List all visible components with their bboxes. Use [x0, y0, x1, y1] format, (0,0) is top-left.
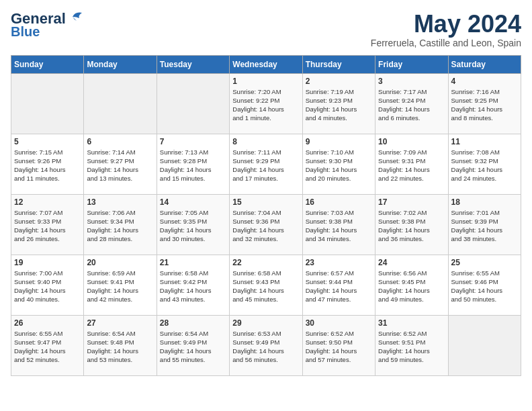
day-number: 3: [378, 77, 445, 86]
day-info: Sunrise: 6:52 AM Sunset: 9:50 PM Dayligh…: [306, 329, 372, 365]
day-info: Sunrise: 6:58 AM Sunset: 9:43 PM Dayligh…: [232, 269, 299, 304]
calendar-cell: 9Sunrise: 7:10 AM Sunset: 9:30 PM Daylig…: [302, 134, 375, 194]
calendar-cell: 23Sunrise: 6:57 AM Sunset: 9:44 PM Dayli…: [302, 255, 375, 315]
day-number: 28: [160, 318, 226, 328]
day-number: 24: [378, 258, 445, 267]
day-info: Sunrise: 7:10 AM Sunset: 9:30 PM Dayligh…: [306, 148, 372, 183]
logo: General Blue: [11, 11, 82, 39]
day-info: Sunrise: 6:58 AM Sunset: 9:42 PM Dayligh…: [160, 269, 226, 304]
day-number: 10: [378, 137, 445, 146]
day-info: Sunrise: 7:15 AM Sunset: 9:26 PM Dayligh…: [14, 148, 81, 183]
calendar-cell: 29Sunrise: 6:53 AM Sunset: 9:49 PM Dayli…: [230, 315, 302, 375]
weekday-header-friday: Friday: [375, 55, 448, 73]
calendar-cell: 24Sunrise: 6:56 AM Sunset: 9:45 PM Dayli…: [375, 255, 448, 315]
calendar-cell: 2Sunrise: 7:19 AM Sunset: 9:23 PM Daylig…: [302, 73, 375, 134]
calendar-table: SundayMondayTuesdayWednesdayThursdayFrid…: [11, 55, 521, 376]
calendar-cell: 31Sunrise: 6:52 AM Sunset: 9:51 PM Dayli…: [375, 315, 448, 375]
calendar-row-4: 19Sunrise: 7:00 AM Sunset: 9:40 PM Dayli…: [11, 255, 521, 315]
day-number: 14: [160, 197, 226, 207]
day-number: 6: [87, 137, 153, 146]
day-info: Sunrise: 7:09 AM Sunset: 9:31 PM Dayligh…: [378, 148, 445, 183]
calendar-cell: 20Sunrise: 6:59 AM Sunset: 9:41 PM Dayli…: [84, 255, 157, 315]
day-info: Sunrise: 7:11 AM Sunset: 9:29 PM Dayligh…: [232, 148, 299, 183]
day-number: 18: [451, 197, 518, 207]
calendar-row-3: 12Sunrise: 7:07 AM Sunset: 9:33 PM Dayli…: [11, 194, 521, 255]
day-number: 17: [378, 197, 445, 207]
day-number: 7: [160, 137, 226, 146]
weekday-header-saturday: Saturday: [448, 55, 521, 73]
day-info: Sunrise: 6:59 AM Sunset: 9:41 PM Dayligh…: [87, 269, 153, 304]
calendar-cell: 18Sunrise: 7:01 AM Sunset: 9:39 PM Dayli…: [448, 194, 521, 255]
page-header: General Blue May 2024 Ferreruela, Castil…: [11, 11, 521, 48]
weekday-header-monday: Monday: [84, 55, 157, 73]
calendar-cell: 26Sunrise: 6:55 AM Sunset: 9:47 PM Dayli…: [11, 315, 84, 375]
day-number: 4: [451, 77, 518, 86]
day-number: 8: [232, 137, 299, 146]
day-info: Sunrise: 7:14 AM Sunset: 9:27 PM Dayligh…: [87, 148, 153, 183]
day-info: Sunrise: 6:56 AM Sunset: 9:45 PM Dayligh…: [378, 269, 445, 304]
header-row: SundayMondayTuesdayWednesdayThursdayFrid…: [11, 55, 521, 73]
day-number: 21: [160, 258, 226, 267]
day-info: Sunrise: 6:52 AM Sunset: 9:51 PM Dayligh…: [378, 329, 445, 365]
calendar-cell: 27Sunrise: 6:54 AM Sunset: 9:48 PM Dayli…: [84, 315, 157, 375]
day-number: 9: [306, 137, 372, 146]
weekday-header-tuesday: Tuesday: [157, 55, 229, 73]
weekday-header-sunday: Sunday: [11, 55, 84, 73]
calendar-cell: 1Sunrise: 7:20 AM Sunset: 9:22 PM Daylig…: [230, 73, 302, 134]
day-number: 27: [87, 318, 153, 328]
calendar-cell: 16Sunrise: 7:03 AM Sunset: 9:38 PM Dayli…: [302, 194, 375, 255]
day-number: 29: [232, 318, 299, 328]
day-number: 1: [232, 77, 299, 86]
calendar-cell: 15Sunrise: 7:04 AM Sunset: 9:36 PM Dayli…: [230, 194, 302, 255]
day-info: Sunrise: 7:03 AM Sunset: 9:38 PM Dayligh…: [306, 208, 372, 244]
calendar-cell: 7Sunrise: 7:13 AM Sunset: 9:28 PM Daylig…: [157, 134, 229, 194]
month-title: May 2024: [371, 11, 521, 38]
calendar-cell: 17Sunrise: 7:02 AM Sunset: 9:38 PM Dayli…: [375, 194, 448, 255]
weekday-header-wednesday: Wednesday: [230, 55, 302, 73]
day-number: 25: [451, 258, 518, 267]
day-info: Sunrise: 6:54 AM Sunset: 9:49 PM Dayligh…: [160, 329, 226, 365]
day-number: 31: [378, 318, 445, 328]
calendar-row-5: 26Sunrise: 6:55 AM Sunset: 9:47 PM Dayli…: [11, 315, 521, 375]
calendar-cell: 8Sunrise: 7:11 AM Sunset: 9:29 PM Daylig…: [230, 134, 302, 194]
day-info: Sunrise: 7:16 AM Sunset: 9:25 PM Dayligh…: [451, 87, 518, 123]
day-number: 12: [14, 197, 81, 207]
day-number: 5: [14, 137, 81, 146]
calendar-cell: 4Sunrise: 7:16 AM Sunset: 9:25 PM Daylig…: [448, 73, 521, 134]
calendar-cell: [157, 73, 229, 134]
calendar-cell: 19Sunrise: 7:00 AM Sunset: 9:40 PM Dayli…: [11, 255, 84, 315]
calendar-cell: 21Sunrise: 6:58 AM Sunset: 9:42 PM Dayli…: [157, 255, 229, 315]
calendar-row-1: 1Sunrise: 7:20 AM Sunset: 9:22 PM Daylig…: [11, 73, 521, 134]
calendar-cell: 11Sunrise: 7:08 AM Sunset: 9:32 PM Dayli…: [448, 134, 521, 194]
day-info: Sunrise: 7:17 AM Sunset: 9:24 PM Dayligh…: [378, 87, 445, 123]
day-info: Sunrise: 7:05 AM Sunset: 9:35 PM Dayligh…: [160, 208, 226, 244]
day-number: 20: [87, 258, 153, 267]
logo-bird-icon: [67, 11, 82, 22]
day-info: Sunrise: 7:08 AM Sunset: 9:32 PM Dayligh…: [451, 148, 518, 183]
calendar-cell: 14Sunrise: 7:05 AM Sunset: 9:35 PM Dayli…: [157, 194, 229, 255]
calendar-cell: 28Sunrise: 6:54 AM Sunset: 9:49 PM Dayli…: [157, 315, 229, 375]
day-info: Sunrise: 7:04 AM Sunset: 9:36 PM Dayligh…: [232, 208, 299, 244]
calendar-cell: 30Sunrise: 6:52 AM Sunset: 9:50 PM Dayli…: [302, 315, 375, 375]
day-info: Sunrise: 7:00 AM Sunset: 9:40 PM Dayligh…: [14, 269, 81, 304]
day-info: Sunrise: 6:53 AM Sunset: 9:49 PM Dayligh…: [232, 329, 299, 365]
day-info: Sunrise: 6:55 AM Sunset: 9:46 PM Dayligh…: [451, 269, 518, 304]
day-info: Sunrise: 6:57 AM Sunset: 9:44 PM Dayligh…: [306, 269, 372, 304]
calendar-row-2: 5Sunrise: 7:15 AM Sunset: 9:26 PM Daylig…: [11, 134, 521, 194]
location: Ferreruela, Castille and Leon, Spain: [371, 38, 521, 48]
calendar-cell: 12Sunrise: 7:07 AM Sunset: 9:33 PM Dayli…: [11, 194, 84, 255]
calendar-cell: 3Sunrise: 7:17 AM Sunset: 9:24 PM Daylig…: [375, 73, 448, 134]
calendar-cell: 25Sunrise: 6:55 AM Sunset: 9:46 PM Dayli…: [448, 255, 521, 315]
day-info: Sunrise: 7:13 AM Sunset: 9:28 PM Dayligh…: [160, 148, 226, 183]
day-number: 13: [87, 197, 153, 207]
calendar-cell: 10Sunrise: 7:09 AM Sunset: 9:31 PM Dayli…: [375, 134, 448, 194]
calendar-cell: 6Sunrise: 7:14 AM Sunset: 9:27 PM Daylig…: [84, 134, 157, 194]
day-info: Sunrise: 7:07 AM Sunset: 9:33 PM Dayligh…: [14, 208, 81, 244]
calendar-cell: 22Sunrise: 6:58 AM Sunset: 9:43 PM Dayli…: [230, 255, 302, 315]
day-number: 22: [232, 258, 299, 267]
day-number: 11: [451, 137, 518, 146]
title-block: May 2024 Ferreruela, Castille and Leon, …: [371, 11, 521, 48]
calendar-cell: [448, 315, 521, 375]
calendar-cell: [11, 73, 84, 134]
day-number: 19: [14, 258, 81, 267]
